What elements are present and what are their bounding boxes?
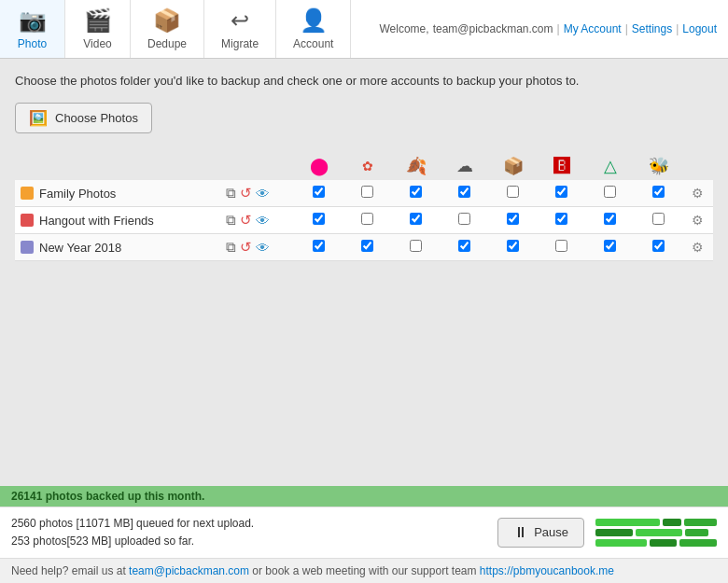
settings-gear-icon[interactable]: ⚙ (692, 186, 704, 201)
tab-photo-label: Photo (18, 37, 47, 50)
service-checkbox-2[interactable] (410, 186, 422, 198)
service-checkbox-6[interactable] (604, 213, 616, 225)
copy-icon[interactable]: ⧉ (226, 212, 236, 229)
settings-link[interactable]: Settings (632, 22, 672, 35)
table-row: Hangout with Friends ⧉ ↺ 👁 ⚙ (15, 207, 713, 234)
tab-dedupe[interactable]: 📦 Dedupe (131, 0, 204, 58)
eye-icon[interactable]: 👁 (256, 213, 270, 229)
action-icons: ⧉ ↺ 👁 (226, 239, 289, 256)
dropbox-header-icon: 📦 (500, 156, 526, 176)
eye-icon[interactable]: 👁 (256, 240, 270, 256)
service-checkbox-4[interactable] (507, 186, 519, 198)
service-checkbox-cell (343, 180, 392, 207)
footer-text-block: 2560 photos [11071 MB] queued for next u… (11, 515, 486, 550)
smugmug-header-icon: 🍂 (403, 156, 429, 176)
pause-button[interactable]: ⏸ Pause (497, 518, 584, 548)
tab-dedupe-label: Dedupe (147, 37, 187, 50)
folder-name: New Year 2018 (39, 241, 121, 255)
tab-account[interactable]: 👤 Account (276, 0, 351, 58)
table-row: New Year 2018 ⧉ ↺ 👁 ⚙ (15, 234, 713, 261)
service-checkbox-7[interactable] (652, 240, 665, 252)
footer-main: 2560 photos [11071 MB] queued for next u… (0, 507, 728, 558)
service-checkbox-4[interactable] (507, 213, 519, 225)
tab-video-label: Video (83, 37, 111, 50)
service-checkbox-cell (441, 207, 489, 234)
service-checkbox-1[interactable] (361, 213, 373, 225)
tab-video[interactable]: 🎬 Video (65, 0, 131, 58)
service-checkbox-5[interactable] (555, 213, 567, 225)
service-checkbox-5[interactable] (555, 186, 567, 198)
tab-photo[interactable]: 📷 Photo (0, 0, 65, 58)
service-checkbox-3[interactable] (458, 240, 470, 252)
sep1: | (557, 22, 560, 35)
flickr-header-icon: ⬤ (306, 156, 332, 176)
header: 📷 Photo 🎬 Video 📦 Dedupe ↩ Migrate 👤 Acc… (0, 0, 728, 59)
service-checkbox-cell (586, 234, 635, 261)
folder-cell: Family Photos (21, 187, 215, 201)
service-checkbox-6[interactable] (604, 186, 616, 198)
help-email-link[interactable]: team@picbackman.com (129, 564, 249, 577)
service-checkbox-4[interactable] (507, 240, 519, 252)
folder-color-indicator (21, 241, 34, 254)
service-checkbox-6[interactable] (604, 240, 616, 252)
logout-link[interactable]: Logout (682, 22, 717, 35)
folder-color-indicator (21, 214, 34, 227)
settings-gear-icon[interactable]: ⚙ (692, 213, 704, 228)
nav-tabs: 📷 Photo 🎬 Video 📦 Dedupe ↩ Migrate 👤 Acc… (0, 0, 351, 58)
service-checkbox-cell: ⚙ (683, 234, 714, 261)
tab-migrate[interactable]: ↩ Migrate (204, 0, 276, 58)
service-checkbox-cell (392, 234, 441, 261)
folder-cell: Hangout with Friends (21, 214, 215, 228)
progress-bar-2 (663, 519, 681, 526)
service-checkbox-cell (586, 207, 635, 234)
service-checkbox-0[interactable] (313, 186, 325, 198)
backblaze-header-icon: 🅱 (549, 157, 575, 176)
refresh-icon[interactable]: ↺ (240, 185, 252, 201)
service-checkbox-5[interactable] (555, 240, 567, 252)
service-checkbox-3[interactable] (458, 186, 470, 198)
choose-photos-label: Choose Photos (55, 111, 138, 125)
service-checkbox-cell (489, 234, 538, 261)
service-checkbox-cell (441, 234, 489, 261)
refresh-icon[interactable]: ↺ (240, 239, 252, 256)
help-url-link[interactable]: https://pbmyoucanbook.me (480, 564, 614, 577)
copy-icon[interactable]: ⧉ (226, 239, 236, 256)
progress-bar-3 (684, 519, 717, 526)
my-account-link[interactable]: My Account (564, 22, 622, 35)
service-checkbox-3[interactable] (458, 213, 470, 225)
progress-bars (595, 519, 717, 547)
table-row: Family Photos ⧉ ↺ 👁 ⚙ (15, 180, 713, 207)
cloud-header-icon: ☁ (452, 156, 478, 176)
service-checkbox-cell (295, 180, 343, 207)
service-checkbox-cell (538, 180, 586, 207)
pause-icon: ⏸ (513, 524, 528, 541)
progress-bar-1 (595, 519, 660, 526)
service-checkbox-7[interactable] (652, 213, 665, 225)
bee-header-icon: 🐝 (646, 156, 672, 176)
service-checkbox-cell (392, 207, 441, 234)
eye-icon[interactable]: 👁 (256, 186, 270, 201)
status-text: 26141 photos backed up this month. (11, 490, 204, 503)
progress-bar-4 (595, 529, 633, 536)
service-checkbox-2[interactable] (410, 213, 422, 225)
service-checkbox-cell (489, 207, 538, 234)
dedupe-icon: 📦 (153, 7, 181, 34)
service-checkbox-2[interactable] (410, 240, 422, 252)
service-checkbox-cell (295, 207, 343, 234)
service-checkbox-7[interactable] (652, 186, 665, 198)
service-checkbox-0[interactable] (313, 213, 325, 225)
welcome-text: Welcome, (379, 22, 428, 35)
account-icon: 👤 (300, 7, 328, 34)
copy-icon[interactable]: ⧉ (226, 185, 236, 201)
refresh-icon[interactable]: ↺ (240, 212, 252, 229)
service-checkbox-cell (538, 234, 586, 261)
service-checkbox-1[interactable] (361, 186, 373, 198)
folder-cell: New Year 2018 (21, 241, 215, 255)
service-checkbox-0[interactable] (313, 240, 325, 252)
settings-gear-icon[interactable]: ⚙ (692, 240, 704, 255)
folder-name: Family Photos (39, 187, 116, 201)
choose-photos-button[interactable]: 🖼️ Choose Photos (15, 103, 152, 133)
service-checkbox-1[interactable] (361, 240, 373, 252)
uploaded-text: 253 photos[523 MB] uploaded so far. (11, 533, 486, 550)
service-checkbox-cell (392, 180, 441, 207)
